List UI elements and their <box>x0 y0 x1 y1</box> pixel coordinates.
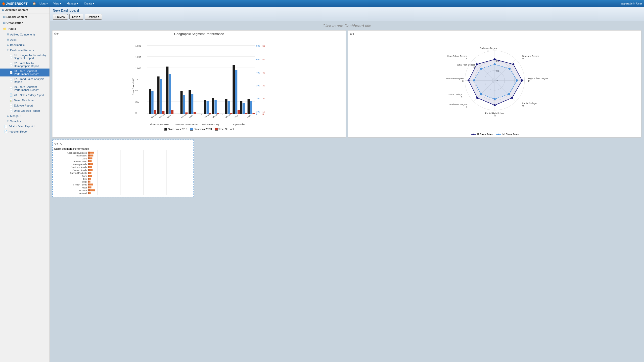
page-title: New Dashboard <box>53 8 641 12</box>
svg-point-107 <box>509 68 511 70</box>
available-content-header[interactable]: ⊞ Available Content <box>0 7 50 13</box>
f-store-sales-icon <box>471 133 477 136</box>
public-section[interactable]: 📁 Public <box>0 26 50 32</box>
nav-library[interactable]: Library <box>37 1 50 6</box>
svg-rect-152 <box>88 163 90 165</box>
eployee-icon: 📄 <box>10 104 13 107</box>
manage-dropdown-arrow: ▾ <box>77 2 78 5</box>
svg-text:300: 300 <box>256 84 260 87</box>
organization-icon: ⊞ <box>3 21 6 24</box>
svg-text:Graduate Degree: Graduate Degree <box>522 55 540 57</box>
svg-rect-179 <box>88 189 90 191</box>
preview-button[interactable]: Preview <box>53 14 68 20</box>
nav-view[interactable]: View ▾ <box>51 1 64 6</box>
eployee-label: Eployee Report <box>14 104 33 107</box>
bookmarklet-label: Bookmarklet <box>10 43 25 46</box>
special-content-icon: ⊞ <box>3 15 6 19</box>
svg-rect-52 <box>212 98 214 114</box>
svg-rect-41 <box>169 74 171 114</box>
sidebar-item-audit[interactable]: ⊞ Audit <box>0 37 50 42</box>
sidebar-item-adhoc-components[interactable]: ⊞ Ad Hoc Components <box>0 32 50 37</box>
svg-text:Alcoholic Beverages: Alcoholic Beverages <box>67 152 87 154</box>
nav-create[interactable]: Create ▾ <box>82 1 97 6</box>
radar-chart-gear-icon[interactable]: ⚙▾ <box>350 32 354 36</box>
organization-section[interactable]: ⊞ Organization <box>0 20 50 26</box>
bottom-chart-box: ⚙▾ ↖ Store Segment Performance Alcoholic… <box>52 140 194 197</box>
sidebar-item-bookmarklet[interactable]: ⊞ Bookmarklet <box>0 42 50 47</box>
sidebar-item-units-ordered[interactable]: 📄 Units Ordered Report <box>0 108 50 113</box>
sidebar-item-report-03[interactable]: 📄 03. Store Segment Performance Report <box>0 68 50 76</box>
sidebar-item-report-203[interactable]: 📄 20.3 SalesPerCityReport <box>0 92 50 98</box>
options-label: Options <box>88 15 97 18</box>
nav-create-label: Create <box>84 2 92 5</box>
svg-text:Mexico: Mexico <box>159 113 165 118</box>
legend-per-sq-foot: $ Per Sq Foot <box>215 128 234 131</box>
svg-text:M: M <box>488 49 490 52</box>
sidebar-item-dashboard-reports[interactable]: ⊞ Dashboard Reports <box>0 47 50 53</box>
special-content-section[interactable]: ⊞ Special Content <box>0 14 50 20</box>
sidebar-item-demo-dashboard[interactable]: 📊 Demo Dashboard <box>0 98 50 103</box>
bar-chart-gear-icon[interactable]: ⚙▾ <box>54 32 59 36</box>
sidebar: ⊞ Available Content ⊞ Special Content ⊞ … <box>0 7 50 362</box>
sidebar-item-mongodb[interactable]: ⊞ MongoDB <box>0 113 50 118</box>
svg-text:Canned Foods: Canned Foods <box>72 169 87 172</box>
logo-text: JASPERSOFT <box>6 2 28 5</box>
report-07-icon: 📄 <box>10 79 13 82</box>
dashboard-title[interactable]: Click to add Dashboard title <box>52 24 642 28</box>
public-label: Public <box>8 27 16 30</box>
nav-manage[interactable]: Manage ▾ <box>64 1 81 6</box>
bar-chart-legend: Store Sales 2013 Store Cost 2013 $ Per S… <box>54 128 344 131</box>
svg-text:Mexico: Mexico <box>180 113 187 118</box>
svg-point-109 <box>508 93 510 95</box>
content-area: New Dashboard Preview Save ▾ Options ▾ C… <box>50 7 644 362</box>
radar-chart-legend: F, Store Sales M, Store Sales <box>350 133 640 136</box>
svg-text:Bachelors Degree: Bachelors Degree <box>449 103 467 106</box>
svg-rect-167 <box>88 178 89 180</box>
bottom-chart-title: Store Segment Performance <box>54 147 192 150</box>
sidebar-item-report-02[interactable]: 📄 02. Sales Mix by Demographic Report <box>0 61 50 68</box>
sidebar-divider-1 <box>0 13 50 13</box>
svg-point-101 <box>494 104 496 106</box>
create-dropdown-arrow: ▾ <box>93 2 94 5</box>
svg-rect-64 <box>248 99 250 114</box>
radar-chart-box: ⚙▾ <box>348 30 642 138</box>
sidebar-item-hoboken[interactable]: 📄 Hoboken Report <box>0 129 50 134</box>
svg-text:Gourmet Supermarket: Gourmet Supermarket <box>176 123 198 126</box>
report-01-label: 01. Geographic Results by Segment Report <box>14 54 48 60</box>
svg-text:250: 250 <box>136 101 139 103</box>
sidebar-item-report-09[interactable]: 📄 09. Store Segment Performance Report <box>0 84 50 92</box>
report-02-label: 02. Sales Mix by Demographic Report <box>14 62 48 68</box>
sidebar-item-report-01[interactable]: 📄 01. Geographic Results by Segment Repo… <box>0 53 50 61</box>
sidebar-item-eployee[interactable]: 📄 Eployee Report <box>0 103 50 108</box>
home-button[interactable]: 🏠 <box>32 1 37 6</box>
sidebar-item-adhoc-view-report-ii[interactable]: 📄 Ad Hoc View Report II <box>0 124 50 129</box>
save-button[interactable]: Save ▾ <box>69 14 83 20</box>
options-button[interactable]: Options ▾ <box>85 14 102 20</box>
svg-text:Partial College: Partial College <box>522 102 537 105</box>
svg-rect-47 <box>191 94 194 114</box>
svg-text:Mexico: Mexico <box>225 113 231 118</box>
svg-point-110 <box>494 98 496 100</box>
samples-label: Samples <box>10 120 21 123</box>
svg-point-137 <box>498 134 499 135</box>
svg-rect-158 <box>88 169 90 171</box>
svg-point-135 <box>472 134 474 135</box>
adhoc-label: Ad Hoc Components <box>10 33 36 36</box>
svg-text:Beverages: Beverages <box>76 155 87 157</box>
svg-point-106 <box>494 63 496 65</box>
legend-m-store-sales: M, Store Sales <box>496 133 519 136</box>
legend-store-cost-swatch <box>190 128 193 131</box>
report-203-icon: 📄 <box>10 93 13 97</box>
svg-text:500: 500 <box>136 89 139 92</box>
save-dropdown-arrow: ▾ <box>79 15 80 18</box>
home-icon: 🏠 <box>32 2 36 5</box>
bottom-chart-gear-icon[interactable]: ⚙▾ <box>54 142 58 146</box>
svg-text:Eggs: Eggs <box>82 181 87 183</box>
sidebar-item-report-07[interactable]: 📄 07. Brand Sales Analysis Report <box>0 76 50 84</box>
legend-per-sq-foot-swatch <box>215 128 218 131</box>
legend-store-cost: Store Cost 2013 <box>190 128 212 131</box>
svg-text:Supermarket: Supermarket <box>232 123 246 126</box>
sidebar-item-samples[interactable]: ⊞ Samples <box>0 118 50 124</box>
svg-text:M: M <box>528 80 530 82</box>
svg-text:Bachelors Degree: Bachelors Degree <box>480 47 497 49</box>
